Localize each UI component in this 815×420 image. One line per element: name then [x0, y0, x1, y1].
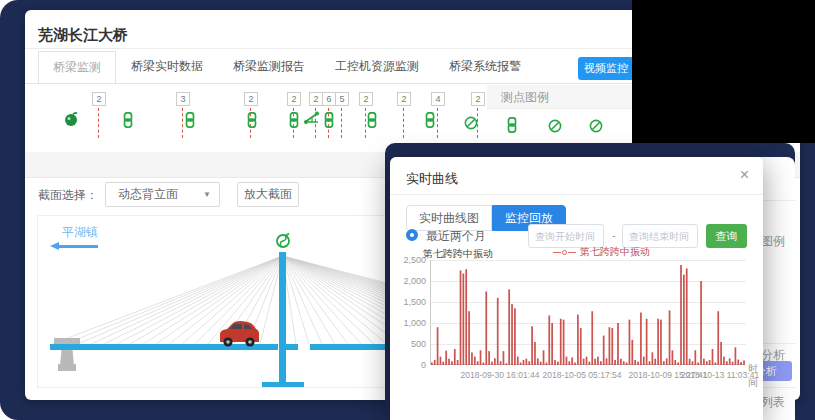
tab-bridge-realtime-data[interactable]: 桥梁实时数据: [116, 50, 218, 84]
section-select-dropdown[interactable]: 动态背立面 ▼: [105, 182, 220, 207]
sensor-marker-line: [98, 108, 99, 138]
sensor-count-badge: 2: [359, 92, 373, 106]
bridge-direction-label: 平湖镇: [62, 224, 98, 241]
sensor-count-badge: 2: [309, 92, 323, 106]
sensor-count-badge: 2: [244, 92, 258, 106]
sensor-marker-line: [403, 108, 404, 138]
sensor-count-badge: 5: [335, 92, 349, 106]
last-two-months-label: 最近两个月: [426, 228, 486, 245]
video-monitoring-button[interactable]: 视频监控: [578, 57, 634, 80]
disabled-sensor-icon: [588, 118, 604, 134]
sensor-count-badge: 4: [431, 92, 445, 106]
tab-bridge-monitoring-report[interactable]: 桥梁监测报告: [218, 50, 320, 84]
chevron-down-icon: ▼: [203, 183, 211, 206]
chainlink-sensor-icon[interactable]: [245, 112, 261, 130]
legend-circle-icon: [562, 250, 567, 255]
x-tick: 2018-10-05 05:17:54: [543, 370, 622, 380]
sensor-marker-line: [341, 108, 342, 138]
range-separator: -: [612, 229, 616, 241]
screenshot-stage: 芜湖长江大桥 桥梁监测 桥梁实时数据 桥梁监测报告 工控机资源监测 桥梁系统报警…: [0, 0, 815, 420]
chart-title: 第七跨跨中振动: [423, 247, 493, 261]
legend-label: 第七跨跨中振动: [580, 245, 650, 259]
tab-bridge-monitoring[interactable]: 桥梁监测: [38, 51, 116, 85]
anemometer-icon: [277, 234, 289, 248]
sensor-count-badge: 2: [397, 92, 411, 106]
sensor-count-badge: 3: [176, 92, 190, 106]
inclinometer-sensor-icon[interactable]: [304, 110, 320, 128]
left-pier: [54, 338, 80, 371]
realtime-curve-modal: 实时曲线 × 实时曲线图 监控回放 最近两个月 - 查询 第七跨跨中振动 第七跨…: [390, 157, 763, 420]
series-legend[interactable]: 第七跨跨中振动: [553, 245, 650, 259]
section-select-label: 截面选择：: [38, 187, 98, 204]
sensor-count-badge: 2: [92, 92, 106, 106]
screen-cutout: [632, 0, 815, 143]
disabled-sensor-icon[interactable]: [463, 115, 479, 131]
x-tick: 2018-09-30 16:01:44: [461, 370, 540, 380]
query-button[interactable]: 查询: [706, 224, 747, 248]
chainlink-sensor-icon[interactable]: [121, 112, 137, 130]
disabled-sensor-icon: [547, 118, 563, 134]
legend-line: [553, 252, 561, 253]
car: [220, 321, 259, 347]
tab-bridge-system-alarm[interactable]: 桥梁系统报警: [434, 50, 536, 84]
x-axis-title: 时间: [748, 362, 763, 390]
vibration-chart-plot: [430, 260, 745, 365]
modal-header: 实时曲线 ×: [390, 157, 763, 195]
y-tick: 2,000: [392, 276, 426, 286]
sensor-count-badge: 6: [322, 92, 336, 106]
y-tick: 1,000: [392, 318, 426, 328]
close-icon[interactable]: ×: [740, 166, 749, 184]
y-tick: 1,500: [392, 297, 426, 307]
chainlink-sensor-icon[interactable]: [365, 112, 381, 130]
section-select-value: 动态背立面: [118, 187, 178, 201]
last-two-months-radio[interactable]: [406, 229, 418, 241]
section-controls: 截面选择： 动态背立面 ▼ 放大截面: [25, 180, 385, 210]
vibration-bars: [431, 260, 746, 365]
left-arrow-bar: [58, 245, 98, 248]
modal-title: 实时曲线: [406, 170, 458, 188]
enlarge-section-button[interactable]: 放大截面: [237, 182, 299, 207]
chainlink-sensor-icon[interactable]: [287, 112, 303, 130]
chainlink-sensor-icon: [505, 117, 521, 135]
chainlink-sensor-icon[interactable]: [183, 112, 199, 130]
tab-ipc-resource-monitoring[interactable]: 工控机资源监测: [320, 50, 434, 84]
page-title: 芜湖长江大桥: [38, 26, 128, 45]
pendulum-sensor-icon[interactable]: [63, 110, 79, 128]
main-tab-bar: 桥梁监测 桥梁实时数据 桥梁监测报告 工控机资源监测 桥梁系统报警: [38, 54, 536, 84]
y-tick: 2,500: [392, 255, 426, 265]
legend-line: [568, 252, 576, 253]
chainlink-sensor-icon[interactable]: [322, 112, 338, 130]
sensor-count-badge: 2: [471, 92, 485, 106]
sensor-count-badge: 2: [287, 92, 301, 106]
chainlink-sensor-icon[interactable]: [423, 112, 439, 130]
y-tick: 500: [392, 339, 426, 349]
y-tick: 0: [392, 360, 426, 370]
